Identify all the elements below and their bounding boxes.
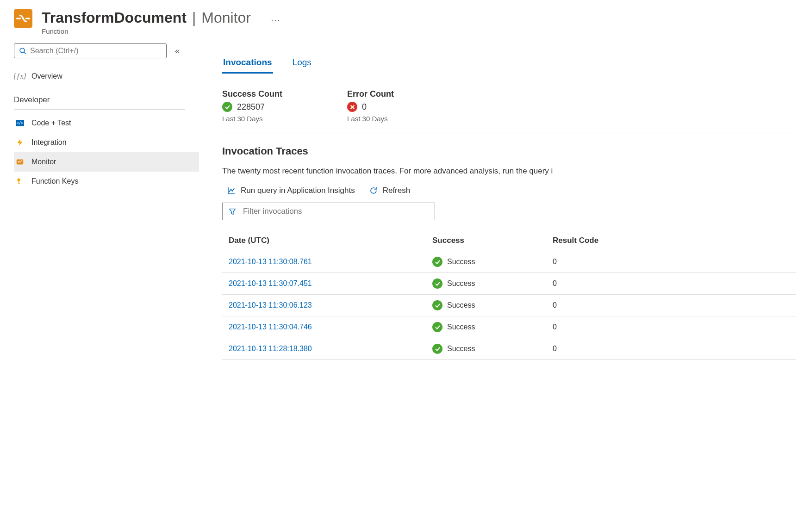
trace-result-code: 0 [546, 273, 796, 295]
tab-bar: Invocations Logs [222, 56, 796, 74]
trace-result-code: 0 [546, 295, 796, 316]
svg-line-1 [24, 52, 26, 54]
invocation-traces-description: The twenty most recent function invocati… [222, 167, 796, 176]
trace-status: Success [447, 301, 475, 309]
page-title: TransformDocument [42, 9, 187, 26]
checkmark-icon [432, 257, 442, 267]
error-icon [347, 102, 357, 112]
key-icon [15, 176, 25, 186]
checkmark-icon [432, 344, 442, 354]
stat-subtitle: Last 30 Days [347, 115, 394, 123]
search-input[interactable] [30, 47, 162, 55]
checkmark-icon [222, 102, 232, 112]
page-subtitle: Monitor [201, 9, 251, 26]
stat-value: 228507 [237, 102, 265, 112]
stat-error: Error Count 0 Last 30 Days [347, 89, 394, 123]
run-query-button[interactable]: Run query in Application Insights [227, 186, 355, 195]
tab-invocations[interactable]: Invocations [222, 56, 273, 74]
page-header: TransformDocument | Monitor … Function [14, 9, 796, 35]
refresh-button[interactable]: Refresh [369, 186, 411, 195]
table-row: 2021-10-13 11:30:06.123Success0 [222, 295, 796, 316]
stat-subtitle: Last 30 Days [222, 115, 282, 123]
code-icon: </> [15, 118, 25, 128]
sidebar: « {ƒx} Overview Developer </> Code + Tes… [14, 43, 199, 360]
sidebar-item-code-test[interactable]: </> Code + Test [14, 113, 199, 133]
refresh-icon [369, 186, 378, 195]
sidebar-item-label: Monitor [31, 158, 56, 166]
trace-status: Success [447, 279, 475, 288]
trace-date-link[interactable]: 2021-10-13 11:30:07.451 [229, 279, 312, 287]
monitor-icon [15, 157, 25, 167]
resource-kind: Function [42, 27, 281, 35]
stat-success: Success Count 228507 Last 30 Days [222, 89, 282, 123]
sidebar-item-integration[interactable]: Integration [14, 133, 199, 152]
collapse-sidebar-button[interactable]: « [175, 46, 180, 56]
stat-title: Success Count [222, 89, 282, 99]
trace-date-link[interactable]: 2021-10-13 11:30:04.746 [229, 323, 312, 331]
checkmark-icon [432, 322, 442, 332]
sidebar-item-label: Function Keys [31, 177, 78, 186]
stat-title: Error Count [347, 89, 394, 99]
more-menu-button[interactable]: … [270, 12, 281, 24]
fx-icon: {ƒx} [15, 71, 25, 81]
trace-status: Success [447, 258, 475, 266]
invocation-traces-heading: Invocation Traces [222, 145, 796, 157]
svg-point-0 [20, 48, 25, 53]
trace-status: Success [447, 345, 475, 353]
invocation-traces-table: Date (UTC) Success Result Code 2021-10-1… [222, 230, 796, 360]
trace-status: Success [447, 323, 475, 331]
run-query-label: Run query in Application Insights [241, 186, 355, 195]
table-row: 2021-10-13 11:30:04.746Success0 [222, 316, 796, 338]
column-success[interactable]: Success [426, 230, 546, 251]
column-date[interactable]: Date (UTC) [222, 230, 426, 251]
sidebar-item-label: Overview [31, 72, 62, 80]
sidebar-item-function-keys[interactable]: Function Keys [14, 172, 199, 191]
table-row: 2021-10-13 11:30:08.761Success0 [222, 251, 796, 273]
sidebar-section-developer: Developer [14, 86, 185, 110]
stats-row: Success Count 228507 Last 30 Days Error … [222, 89, 796, 134]
trace-result-code: 0 [546, 251, 796, 273]
chart-icon [227, 186, 236, 195]
trace-date-link[interactable]: 2021-10-13 11:30:08.761 [229, 258, 312, 266]
filter-invocations-box[interactable] [222, 203, 435, 220]
filter-input[interactable] [243, 207, 429, 216]
trace-result-code: 0 [546, 316, 796, 338]
tab-logs[interactable]: Logs [292, 56, 312, 74]
main-content: Invocations Logs Success Count 228507 La… [199, 43, 796, 360]
table-row: 2021-10-13 11:28:18.380Success0 [222, 338, 796, 360]
sidebar-item-label: Code + Test [31, 119, 71, 127]
checkmark-icon [432, 278, 442, 289]
svg-rect-7 [19, 183, 20, 184]
trace-date-link[interactable]: 2021-10-13 11:30:06.123 [229, 301, 312, 309]
refresh-label: Refresh [383, 186, 411, 195]
stat-value: 0 [362, 102, 367, 112]
sidebar-item-overview[interactable]: {ƒx} Overview [14, 67, 199, 86]
search-box[interactable] [14, 43, 167, 58]
search-icon [19, 47, 26, 55]
lightning-icon [15, 137, 25, 148]
table-row: 2021-10-13 11:30:07.451Success0 [222, 273, 796, 295]
svg-text:</>: </> [17, 121, 24, 125]
trace-date-link[interactable]: 2021-10-13 11:28:18.380 [229, 345, 312, 353]
filter-icon [228, 207, 237, 216]
function-app-icon [14, 9, 32, 28]
trace-result-code: 0 [546, 338, 796, 360]
sidebar-item-label: Integration [31, 138, 67, 147]
checkmark-icon [432, 300, 442, 310]
title-separator: | [192, 9, 196, 26]
sidebar-item-monitor[interactable]: Monitor [14, 152, 199, 172]
column-result-code[interactable]: Result Code [546, 230, 796, 251]
